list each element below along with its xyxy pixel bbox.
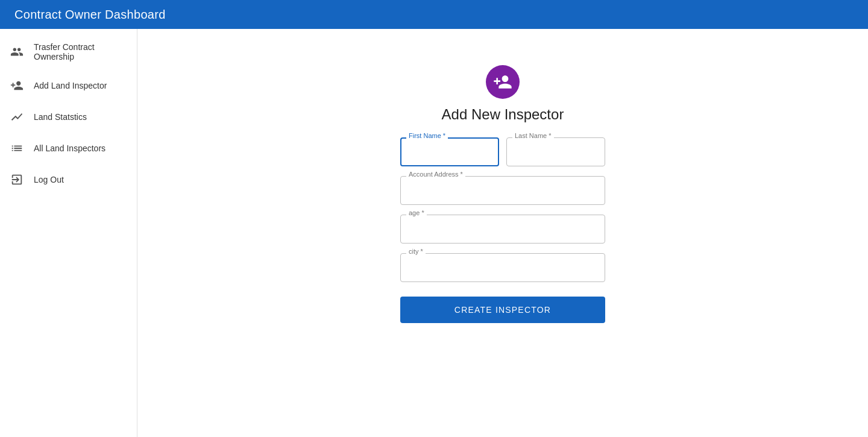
first-name-wrapper: First Name * [400,137,499,166]
people-icon [10,45,24,59]
sidebar-item-add-inspector[interactable]: Add Land Inspector [0,70,137,101]
sidebar-item-all-inspectors[interactable]: All Land Inspectors [0,133,137,164]
last-name-input[interactable] [506,137,605,166]
age-input[interactable] [400,215,605,244]
form-title: Add New Inspector [442,106,564,123]
header: Contract Owner Dashboard [0,0,868,29]
logout-icon [10,172,24,187]
sidebar-item-all-inspectors-label: All Land Inspectors [34,143,105,153]
sidebar-item-transfer-contract[interactable]: Trasfer Contract Ownership [0,34,137,70]
header-title: Contract Owner Dashboard [14,8,166,22]
sidebar-item-stats-label: Land Statstics [34,112,87,122]
account-address-input[interactable] [400,176,605,205]
add-inspector-form-card: Add New Inspector First Name * Last Name… [400,65,605,323]
chart-icon [10,110,24,124]
account-address-wrapper: Account Address * [400,176,605,205]
sidebar-item-logout-label: Log Out [34,175,64,184]
list-icon [10,141,24,156]
sidebar-item-land-stats[interactable]: Land Statstics [0,101,137,133]
sidebar-item-add-inspector-label: Add Land Inspector [34,81,107,90]
name-row: First Name * Last Name * [400,137,605,166]
main-content: Add New Inspector First Name * Last Name… [137,29,868,437]
city-input[interactable] [400,253,605,282]
sidebar: Trasfer Contract Ownership Add Land Insp… [0,29,137,437]
sidebar-item-logout[interactable]: Log Out [0,164,137,195]
last-name-wrapper: Last Name * [506,137,605,166]
city-wrapper: city * [400,253,605,282]
age-wrapper: age * [400,215,605,244]
sidebar-item-transfer-label: Trasfer Contract Ownership [34,42,127,61]
person-add-icon [10,78,24,93]
create-inspector-button[interactable]: CREATE INSPECTOR [400,297,605,323]
avatar-icon [486,65,520,99]
first-name-input[interactable] [400,137,499,166]
